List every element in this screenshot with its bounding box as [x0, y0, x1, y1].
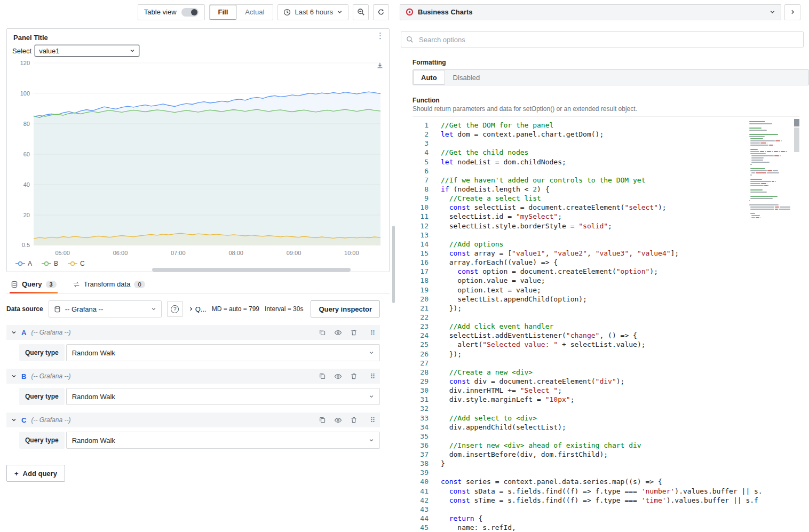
code-line[interactable]: 27 — [413, 359, 799, 368]
code-line[interactable]: 43 — [413, 505, 799, 514]
left-pane-vertical-scrollbar[interactable] — [392, 226, 395, 303]
code-line[interactable]: 24 selectList.addEventListener("change",… — [413, 331, 799, 340]
code-line[interactable]: 33 //Add select to <div> — [413, 414, 799, 423]
panel-menu-icon[interactable]: ⋮ — [376, 31, 384, 40]
code-line[interactable]: 17 const option = document.createElement… — [413, 267, 799, 276]
code-line[interactable]: 44 return { — [413, 514, 799, 523]
query-options-collapsed[interactable]: Q... — [188, 305, 207, 313]
drag-handle-icon[interactable]: ⠿ — [370, 372, 375, 380]
code-line[interactable]: 21 }); — [413, 304, 799, 313]
hide-query-icon[interactable] — [334, 372, 342, 380]
code-line[interactable]: 26 }); — [413, 350, 799, 359]
table-view-switch[interactable] — [181, 8, 199, 17]
code-line[interactable]: 4//Get the child nodes — [413, 148, 799, 157]
query-type-select[interactable]: Random Walk — [66, 388, 380, 405]
duplicate-query-icon[interactable] — [319, 416, 326, 424]
code-line[interactable]: 40const series = context.panel.data.seri… — [413, 477, 799, 486]
code-line[interactable]: 31 div.style.marginLeft = "10px"; — [413, 395, 799, 404]
line-number: 31 — [413, 395, 429, 404]
code-line[interactable]: 38} — [413, 459, 799, 468]
svg-text:20: 20 — [23, 212, 30, 218]
datasource-picker[interactable]: -- Grafana -- — [49, 300, 162, 317]
search-input[interactable] — [418, 35, 798, 44]
query-row-header[interactable]: B (-- Grafana --) ⠿ — [6, 369, 380, 384]
code-line[interactable]: 37 dom.insertBefore(div, dom.firstChild)… — [413, 450, 799, 459]
collapse-options-button[interactable] — [784, 4, 800, 20]
legend-item-c[interactable]: C — [68, 260, 85, 267]
formatting-disabled-option[interactable]: Disabled — [445, 70, 488, 85]
code-line[interactable]: 1//Get the DOM for the panel — [413, 121, 799, 130]
code-line[interactable]: 18 option.value = value; — [413, 276, 799, 285]
scrollbar-thumb[interactable] — [794, 119, 799, 126]
code-line[interactable]: 9 //Create a select list — [413, 194, 799, 203]
code-line[interactable]: 6 — [413, 166, 799, 176]
refresh-button[interactable] — [373, 4, 389, 20]
code-line[interactable]: 12 selectList.style.borderStyle = "solid… — [413, 221, 799, 231]
code-line[interactable]: 45 name: s.refId, — [413, 523, 799, 532]
code-line[interactable]: 22 — [413, 313, 799, 322]
hide-query-icon[interactable] — [334, 329, 342, 337]
function-description: Should return parameters and data for se… — [413, 105, 798, 113]
datasource-help-button[interactable]: ? — [167, 301, 183, 317]
code-line[interactable]: 23 //Add click event handler — [413, 322, 799, 331]
duplicate-query-icon[interactable] — [319, 372, 326, 380]
hide-query-icon[interactable] — [334, 416, 342, 424]
drag-handle-icon[interactable]: ⠿ — [370, 416, 375, 424]
tab-transform-data[interactable]: Transform data 0 — [70, 276, 147, 293]
code-line[interactable]: 2let dom = context.panel.chart.getDom(); — [413, 130, 799, 139]
panel-value-select[interactable]: value1 — [35, 45, 139, 57]
code-line[interactable]: 15 const array = ["value1", "value2", "v… — [413, 249, 799, 258]
tab-query[interactable]: Query 3 — [9, 276, 59, 293]
query-row-header[interactable]: C (-- Grafana --) ⠿ — [6, 412, 380, 427]
fill-option-button[interactable]: Fill — [210, 5, 237, 20]
code-line[interactable]: 13 — [413, 231, 799, 240]
code-line[interactable]: 29 const div = document.createElement("d… — [413, 377, 799, 386]
formatting-section-label: Formatting — [413, 59, 809, 66]
duplicate-query-icon[interactable] — [319, 329, 326, 336]
code-line[interactable]: 14 //Add options — [413, 240, 799, 249]
query-row-header[interactable]: A (-- Grafana --) ⠿ — [6, 325, 380, 340]
delete-query-icon[interactable] — [350, 416, 358, 424]
code-line[interactable]: 32 — [413, 404, 799, 413]
query-inspector-button[interactable]: Query inspector — [311, 300, 380, 317]
legend-item-b[interactable]: B — [42, 260, 58, 267]
line-number: 17 — [413, 267, 429, 276]
code-editor[interactable]: 1//Get the DOM for the panel2let dom = c… — [413, 116, 799, 532]
code-line[interactable]: 28 //Create a new <div> — [413, 368, 799, 377]
add-query-button[interactable]: + Add query — [6, 465, 65, 482]
delete-query-icon[interactable] — [350, 329, 358, 336]
code-line[interactable]: 25 alert("Selected value: " + selectList… — [413, 340, 799, 349]
editor-scrollbar[interactable] — [794, 119, 799, 226]
code-line[interactable]: 30 div.innerHTML += "Select "; — [413, 386, 799, 395]
code-line[interactable]: 7//If we haven't added our controls to t… — [413, 176, 799, 185]
code-line[interactable]: 35 — [413, 432, 799, 441]
code-line[interactable]: 10 const selectList = document.createEle… — [413, 203, 799, 212]
visualization-picker[interactable]: Business Charts — [400, 4, 781, 20]
code-line[interactable]: 42 const sTime = s.fields.find((f) => f.… — [413, 496, 799, 505]
query-type-select[interactable]: Random Walk — [66, 344, 380, 361]
formatting-auto-option[interactable]: Auto — [413, 70, 445, 85]
code-line[interactable]: 3 — [413, 139, 799, 148]
code-line[interactable]: 39 — [413, 468, 799, 477]
code-line[interactable]: 11 selectList.id = "mySelect"; — [413, 212, 799, 221]
actual-option-button[interactable]: Actual — [236, 5, 273, 20]
query-type-select[interactable]: Random Walk — [66, 432, 380, 449]
legend-item-a[interactable]: A — [15, 260, 32, 267]
download-chart-icon[interactable] — [376, 62, 384, 69]
left-pane-horizontal-scrollbar[interactable] — [152, 268, 351, 272]
code-line[interactable]: 36 //Insert new <div> ahead of existing … — [413, 441, 799, 450]
code-line[interactable]: 20 selectList.appendChild(option); — [413, 295, 799, 304]
minimap[interactable] — [749, 121, 791, 219]
svg-text:40: 40 — [23, 181, 30, 188]
code-line[interactable]: 8if (nodeList.length < 2) { — [413, 185, 799, 194]
code-line[interactable]: 19 option.text = value; — [413, 285, 799, 295]
code-line[interactable]: 41 const sData = s.fields.find((f) => f.… — [413, 487, 799, 496]
drag-handle-icon[interactable]: ⠿ — [370, 329, 375, 337]
svg-text:100: 100 — [20, 90, 30, 97]
zoom-out-button[interactable] — [353, 4, 369, 20]
code-line[interactable]: 16 array.forEach((value) => { — [413, 258, 799, 267]
code-line[interactable]: 5let nodeList = dom.childNodes; — [413, 157, 799, 166]
time-range-picker[interactable]: Last 6 hours — [277, 4, 348, 20]
delete-query-icon[interactable] — [350, 372, 358, 380]
code-line[interactable]: 34 div.appendChild(selectList); — [413, 423, 799, 432]
